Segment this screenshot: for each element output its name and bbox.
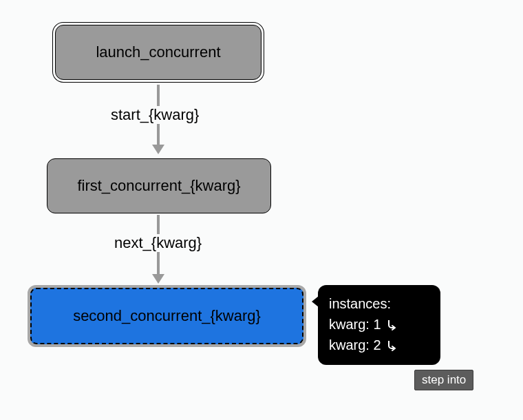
step-into-icon: [385, 339, 398, 351]
step-into-hint: step into: [414, 370, 473, 390]
tooltip-row-label: kwarg: 1: [329, 314, 381, 335]
step-into-hint-text: step into: [422, 373, 466, 386]
arrowhead-next: [152, 274, 164, 284]
node-first-concurrent[interactable]: first_concurrent_{kwarg}: [47, 158, 271, 213]
node-label: launch_concurrent: [96, 43, 220, 61]
arrowhead-start: [152, 145, 164, 154]
node-label: second_concurrent_{kwarg}: [73, 307, 261, 325]
tooltip-title-text: instances:: [329, 293, 391, 314]
node-second-concurrent[interactable]: second_concurrent_{kwarg}: [28, 285, 306, 347]
edge-label-next: next_{kwarg}: [110, 234, 206, 252]
edge-label-start: start_{kwarg}: [107, 106, 203, 124]
tooltip-title: instances:: [329, 293, 429, 314]
tooltip-row[interactable]: kwarg: 1: [329, 314, 429, 335]
node-launch-concurrent[interactable]: launch_concurrent: [55, 25, 262, 80]
node-label: first_concurrent_{kwarg}: [77, 177, 240, 195]
tooltip-row[interactable]: kwarg: 2: [329, 335, 429, 355]
instances-tooltip: instances: kwarg: 1 kwarg: 2: [318, 285, 440, 365]
node-inner-selected: second_concurrent_{kwarg}: [30, 288, 303, 344]
step-into-icon: [385, 318, 398, 330]
tooltip-row-label: kwarg: 2: [329, 335, 381, 355]
